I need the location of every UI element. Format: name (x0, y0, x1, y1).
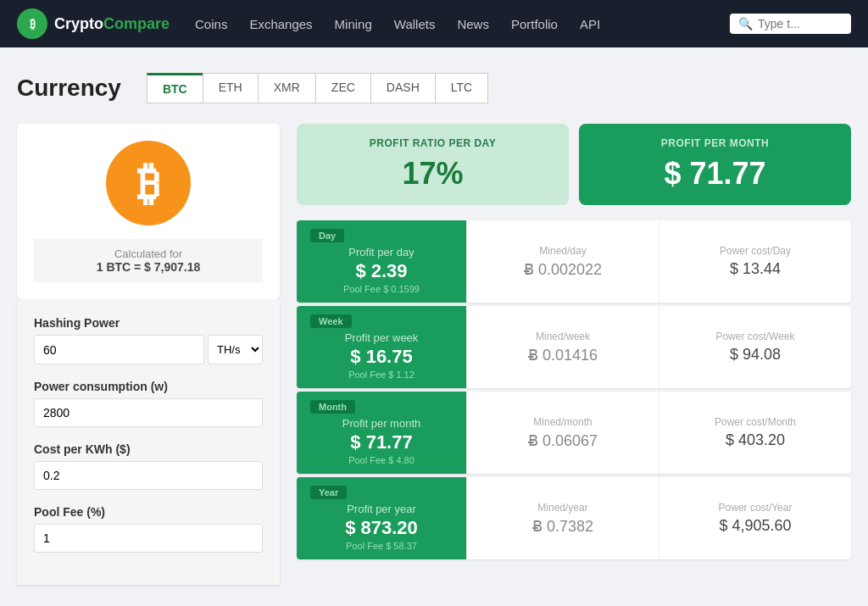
profit-row-left-week: Week Profit per week $ 16.75 Pool Fee $ … (297, 306, 466, 388)
cost-kwh-label: Cost per KWh ($) (34, 442, 263, 456)
currency-section: Currency BTC ETH XMR ZEC DASH LTC (17, 73, 851, 103)
month-pool-fee: Pool Fee $ 4.80 (348, 455, 415, 465)
pool-fee-group: Pool Fee (%) (34, 505, 263, 553)
week-power-label: Power cost/Week (715, 331, 794, 342)
cost-kwh-input[interactable] (34, 461, 263, 490)
search-icon: 🔍 (738, 17, 753, 31)
tab-dash[interactable]: DASH (370, 73, 435, 103)
logo-text: CryptoCompare (54, 15, 170, 33)
profit-row-right-week: Mined/week Ƀ 0.01416 Power cost/Week $ 9… (466, 306, 851, 388)
form-section: Hashing Power TH/s GH/s MH/s Power consu… (17, 299, 280, 585)
week-profit-label: Profit per week (345, 331, 419, 344)
profit-row-year: Year Profit per year $ 873.20 Pool Fee $… (297, 477, 851, 559)
day-power-label: Power cost/Day (720, 245, 791, 257)
logo-icon: ₿ (17, 8, 47, 39)
tab-xmr[interactable]: XMR (258, 73, 315, 103)
week-pool-fee: Pool Fee $ 1.12 (348, 370, 415, 380)
month-mined-label: Mined/month (533, 416, 592, 428)
month-profit-amount: $ 71.77 (350, 431, 412, 453)
currency-tabs: BTC ETH XMR ZEC DASH LTC (147, 73, 488, 103)
day-tag: Day (310, 229, 344, 242)
pool-fee-label: Pool Fee (%) (34, 505, 263, 519)
profit-rows: Day Profit per day $ 2.39 Pool Fee $ 0.1… (297, 220, 851, 559)
week-tag: Week (310, 314, 352, 328)
profit-row-left-day: Day Profit per day $ 2.39 Pool Fee $ 0.1… (297, 220, 466, 303)
ratio-value: 17% (314, 156, 552, 192)
year-mined-value: Ƀ 0.7382 (532, 517, 593, 536)
year-power-cell: Power cost/Year $ 4,905.60 (659, 477, 851, 559)
nav-api[interactable]: API (580, 17, 600, 31)
ratio-label: PROFIT RATIO PER DAY (314, 137, 552, 149)
summary-ratio-card: PROFIT RATIO PER DAY 17% (297, 124, 569, 205)
main-layout: ₿ Calculated for 1 BTC = $ 7,907.18 Hash… (17, 124, 851, 585)
bitcoin-icon: ₿ (106, 141, 191, 225)
hashing-power-label: Hashing Power (34, 316, 263, 330)
hashing-power-group: Hashing Power TH/s GH/s MH/s (34, 316, 263, 364)
profit-row-week: Week Profit per week $ 16.75 Pool Fee $ … (297, 306, 851, 388)
profit-row-left-year: Year Profit per year $ 873.20 Pool Fee $… (297, 477, 466, 559)
nav-news[interactable]: News (457, 17, 489, 31)
nav-coins[interactable]: Coins (195, 17, 227, 31)
month-tag: Month (310, 400, 355, 414)
nav: Coins Exchanges Mining Wallets News Port… (195, 17, 704, 31)
year-mined-label: Mined/year (537, 502, 587, 514)
day-mined-cell: Mined/day Ƀ 0.002022 (466, 220, 659, 303)
coin-card: ₿ Calculated for 1 BTC = $ 7,907.18 (17, 124, 280, 299)
week-power-cell: Power cost/Week $ 94.08 (659, 306, 851, 388)
week-mined-cell: Mined/week Ƀ 0.01416 (466, 306, 659, 388)
calculated-value: 1 BTC = $ 7,907.18 (42, 260, 254, 274)
week-mined-label: Mined/week (536, 331, 590, 342)
profit-row-right-day: Mined/day Ƀ 0.002022 Power cost/Day $ 13… (466, 220, 851, 303)
page-title: Currency (17, 75, 121, 102)
year-profit-amount: $ 873.20 (345, 517, 418, 539)
search-box: 🔍 (730, 14, 851, 34)
page-content: Currency BTC ETH XMR ZEC DASH LTC ₿ Calc… (0, 47, 868, 606)
day-mined-label: Mined/day (539, 245, 586, 257)
month-mined-cell: Mined/month Ƀ 0.06067 (466, 392, 659, 474)
day-profit-label: Profit per day (348, 246, 414, 259)
profit-row-month: Month Profit per month $ 71.77 Pool Fee … (297, 392, 851, 474)
month-profit-label: Profit per month (342, 417, 421, 430)
search-input[interactable] (758, 17, 843, 31)
logo[interactable]: ₿ CryptoCompare (17, 8, 170, 39)
month-value: $ 71.77 (596, 156, 834, 192)
power-consumption-label: Power consumption (w) (34, 380, 263, 393)
tab-btc[interactable]: BTC (147, 73, 203, 103)
power-consumption-group: Power consumption (w) (34, 380, 263, 427)
day-power-value: $ 13.44 (730, 260, 781, 278)
hashing-power-input[interactable] (34, 335, 204, 364)
nav-wallets[interactable]: Wallets (394, 17, 436, 31)
year-power-label: Power cost/Year (719, 502, 793, 514)
profit-summary: PROFIT RATIO PER DAY 17% PROFIT PER MONT… (297, 124, 851, 205)
month-power-label: Power cost/Month (715, 416, 796, 428)
day-profit-amount: $ 2.39 (355, 260, 407, 282)
profit-row-right-month: Mined/month Ƀ 0.06067 Power cost/Month $… (466, 392, 851, 474)
week-mined-value: Ƀ 0.01416 (528, 346, 598, 364)
tab-ltc[interactable]: LTC (435, 73, 488, 103)
power-consumption-input[interactable] (34, 398, 263, 427)
year-profit-label: Profit per year (347, 503, 416, 515)
nav-portfolio[interactable]: Portfolio (511, 17, 558, 31)
nav-mining[interactable]: Mining (335, 17, 372, 31)
header: ₿ CryptoCompare Coins Exchanges Mining W… (0, 0, 868, 47)
profit-row-left-month: Month Profit per month $ 71.77 Pool Fee … (297, 392, 466, 474)
year-mined-cell: Mined/year Ƀ 0.7382 (466, 477, 659, 559)
day-pool-fee: Pool Fee $ 0.1599 (343, 284, 420, 294)
hashing-unit-select[interactable]: TH/s GH/s MH/s (208, 335, 263, 364)
nav-exchanges[interactable]: Exchanges (249, 17, 312, 31)
right-panel: PROFIT RATIO PER DAY 17% PROFIT PER MONT… (297, 124, 851, 585)
calculated-for: Calculated for 1 BTC = $ 7,907.18 (34, 239, 263, 282)
week-power-value: $ 94.08 (730, 346, 781, 364)
pool-fee-input[interactable] (34, 524, 263, 553)
month-power-cell: Power cost/Month $ 403.20 (659, 392, 851, 474)
year-pool-fee: Pool Fee $ 58.37 (346, 541, 417, 551)
profit-row-day: Day Profit per day $ 2.39 Pool Fee $ 0.1… (297, 220, 851, 303)
tab-eth[interactable]: ETH (203, 73, 258, 103)
summary-month-card: PROFIT PER MONTH $ 71.77 (579, 124, 851, 205)
left-panel: ₿ Calculated for 1 BTC = $ 7,907.18 Hash… (17, 124, 280, 585)
tab-zec[interactable]: ZEC (315, 73, 370, 103)
month-label: PROFIT PER MONTH (596, 137, 834, 149)
cost-kwh-group: Cost per KWh ($) (34, 442, 263, 490)
profit-row-right-year: Mined/year Ƀ 0.7382 Power cost/Year $ 4,… (466, 477, 851, 559)
year-tag: Year (310, 486, 347, 499)
